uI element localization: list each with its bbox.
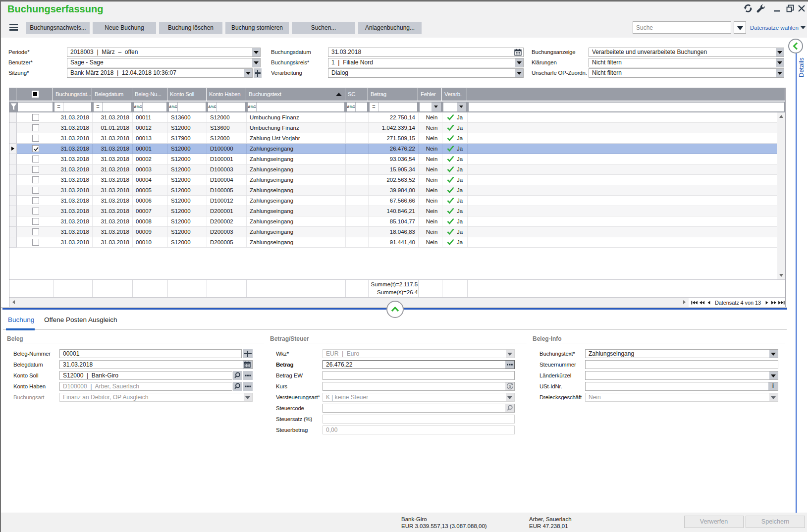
cell-belegdatum[interactable]: 31.03.2018 bbox=[93, 112, 133, 122]
steuersatz-field[interactable] bbox=[323, 415, 515, 424]
table-row[interactable]: 31.03.201831.03.201800006S12000D100012Za… bbox=[17, 196, 777, 206]
cell-verarb[interactable]: Ja bbox=[442, 154, 468, 164]
grid-horizontal-scrollbar[interactable] bbox=[9, 298, 689, 307]
cell-belegnr[interactable]: 00010 bbox=[133, 237, 168, 247]
row-indicator[interactable] bbox=[9, 164, 17, 175]
settings-wrench-icon[interactable] bbox=[756, 4, 765, 13]
konto-soll-field[interactable]: S12000 | Bank-Giro bbox=[59, 371, 232, 380]
buchungsdatum-calendar-icon[interactable] bbox=[514, 49, 523, 56]
cell-kontohaben[interactable]: D200001 bbox=[207, 206, 247, 216]
datasets-caret-icon[interactable] bbox=[801, 26, 806, 29]
filter-equals-icon[interactable]: = bbox=[370, 103, 378, 111]
row-indicator[interactable] bbox=[9, 112, 17, 123]
verwerfen-button[interactable]: Verwerfen bbox=[684, 516, 744, 528]
table-row[interactable]: 31.03.201831.03.201800005S12000D100005Za… bbox=[17, 185, 777, 196]
nav-fast-back-button[interactable] bbox=[699, 299, 706, 307]
cell-betrag[interactable]: 67.566,66 bbox=[369, 196, 419, 206]
cell-belegnr[interactable]: 00012 bbox=[133, 123, 168, 133]
cell-kontosoll[interactable]: S17900 bbox=[168, 133, 207, 143]
cell-belegnr[interactable]: 00006 bbox=[133, 196, 168, 206]
cell-fehler[interactable]: Nein bbox=[419, 175, 442, 185]
filter-cell-fehler[interactable] bbox=[420, 103, 441, 111]
periode-dropdown-icon[interactable] bbox=[252, 48, 260, 56]
cell-verarb[interactable]: Ja bbox=[442, 185, 468, 195]
cell-buchungstext[interactable]: Zahlung Ust Vorjahr bbox=[247, 133, 346, 143]
speichern-button[interactable]: Speichern bbox=[746, 516, 805, 528]
cell-verarb[interactable]: Ja bbox=[442, 175, 468, 185]
dreiecksgeschäft-field[interactable]: Nein bbox=[585, 393, 778, 402]
buchungskreis-dropdown-icon[interactable] bbox=[515, 58, 523, 67]
cell-fehler[interactable]: Nein bbox=[419, 164, 442, 174]
row-indicator[interactable] bbox=[9, 216, 17, 227]
table-row[interactable]: 31.03.201801.01.201800012S12000S13600Umb… bbox=[17, 123, 777, 133]
buchungsart-dropdown-icon[interactable] bbox=[244, 393, 252, 401]
cell-belegdatum[interactable]: 31.03.2018 bbox=[93, 227, 133, 237]
klärungen-dropdown-icon[interactable] bbox=[776, 58, 784, 67]
grid-vertical-scrollbar[interactable] bbox=[777, 112, 785, 279]
filter-cell-belegnr[interactable]: A%C bbox=[134, 103, 166, 111]
cell-belegnr[interactable]: 00004 bbox=[133, 175, 168, 185]
cell-betrag[interactable]: 91.441,40 bbox=[369, 237, 419, 247]
cell-verarb[interactable]: Ja bbox=[442, 216, 468, 226]
cell-sc[interactable] bbox=[346, 112, 369, 122]
cell-kontosoll[interactable]: S12000 bbox=[168, 196, 207, 206]
wkz-field[interactable]: EUR | Euro bbox=[323, 349, 515, 358]
konto-haben-more-button[interactable] bbox=[243, 382, 253, 391]
cell-verarb[interactable]: Ja bbox=[442, 196, 468, 206]
cell-betrag[interactable]: 202.563,52 bbox=[369, 175, 419, 185]
column-header-belegnr[interactable]: Beleg-Nu... bbox=[133, 88, 167, 101]
row-indicator[interactable] bbox=[9, 196, 17, 206]
cell-buchungstext[interactable]: Zahlungseingang bbox=[247, 216, 346, 226]
buchungsdatum-field[interactable]: 31.03.2018 bbox=[328, 48, 524, 57]
filter-cell-checkbox[interactable] bbox=[18, 103, 53, 111]
tab-buchung[interactable]: Buchung bbox=[8, 316, 34, 323]
column-header-sc[interactable]: SC bbox=[346, 88, 368, 101]
cell-buchungsdatum[interactable]: 31.03.2018 bbox=[54, 196, 93, 206]
cell-verarb[interactable]: Ja bbox=[442, 133, 468, 143]
belegdatum-calendar-icon[interactable] bbox=[243, 361, 252, 369]
cell-fehler[interactable]: Nein bbox=[419, 227, 442, 237]
betrag-ew-field[interactable] bbox=[323, 371, 515, 380]
cell-kontosoll[interactable]: S12000 bbox=[168, 164, 207, 174]
cell-belegnr[interactable]: 00001 bbox=[133, 144, 168, 154]
cell-buchungsdatum[interactable]: 31.03.2018 bbox=[54, 206, 93, 216]
cell-belegnr[interactable]: 00002 bbox=[133, 154, 168, 164]
cell-buchungstext[interactable]: Zahlungseingang bbox=[247, 175, 346, 185]
steuernummer-field[interactable] bbox=[585, 360, 778, 369]
benutzer-dropdown-icon[interactable] bbox=[252, 58, 260, 67]
cell-fehler[interactable]: Nein bbox=[419, 123, 442, 133]
filter-cell-verarb[interactable] bbox=[443, 103, 466, 111]
buchungstext-dropdown-icon[interactable] bbox=[769, 350, 778, 358]
cell-kontohaben[interactable]: D200005 bbox=[207, 237, 247, 247]
filter-cell-betrag[interactable]: = bbox=[370, 103, 417, 111]
cell-kontohaben[interactable]: D100003 bbox=[207, 164, 247, 174]
cell-buchungsdatum[interactable]: 31.03.2018 bbox=[54, 237, 93, 247]
cell-sc[interactable] bbox=[346, 196, 369, 206]
konto-soll-search-button[interactable] bbox=[233, 371, 242, 380]
filter-cell-kontosoll[interactable]: A%C bbox=[169, 103, 206, 111]
cell-belegdatum[interactable]: 31.03.2018 bbox=[93, 164, 133, 174]
länderkürzel-field[interactable] bbox=[585, 371, 778, 380]
row-indicator[interactable] bbox=[9, 154, 17, 164]
cell-buchungsdatum[interactable]: 31.03.2018 bbox=[54, 216, 93, 226]
cell-kontohaben[interactable]: D200002 bbox=[207, 216, 247, 226]
menu-hamburger-icon[interactable] bbox=[9, 24, 18, 31]
nav-next-button[interactable] bbox=[764, 299, 770, 307]
buchungsart-field[interactable]: Finanz an Debitor, OP Ausgleich bbox=[59, 393, 253, 402]
filter-like-icon[interactable]: A%C bbox=[169, 103, 178, 111]
cell-belegdatum[interactable]: 31.03.2018 bbox=[93, 206, 133, 216]
versteuerungsart-dropdown-icon[interactable] bbox=[506, 393, 514, 401]
table-row[interactable]: 31.03.201831.03.201800009S12000D200003Za… bbox=[17, 227, 777, 237]
cell-kontohaben[interactable]: D100004 bbox=[207, 175, 247, 185]
unscharfe-op-zuordn-dropdown-icon[interactable] bbox=[776, 69, 784, 77]
buchungsnachweis-button[interactable]: Buchungsnachweis... bbox=[26, 22, 90, 34]
cell-betrag[interactable]: 22.750,14 bbox=[369, 112, 419, 122]
cell-kontosoll[interactable]: S12000 bbox=[168, 144, 207, 154]
cell-fehler[interactable]: Nein bbox=[419, 237, 442, 247]
search-input[interactable] bbox=[633, 22, 731, 33]
anlagenbuchung-button[interactable]: Anlagenbuchung... bbox=[358, 22, 422, 34]
cell-kontohaben[interactable]: D100012 bbox=[207, 196, 247, 206]
suchen-button[interactable]: Suchen... bbox=[292, 22, 355, 34]
column-header-belegdatum[interactable]: Belegdatum bbox=[93, 88, 132, 101]
cell-kontohaben[interactable]: S12000 bbox=[207, 112, 247, 122]
